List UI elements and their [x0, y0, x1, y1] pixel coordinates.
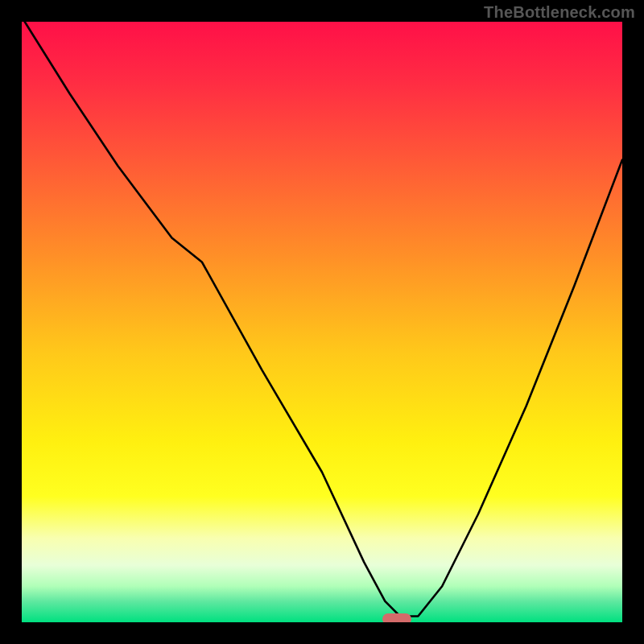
chart-frame: TheBottleneck.com	[0, 0, 644, 644]
plot-area	[22, 22, 622, 622]
bottleneck-curve	[25, 22, 622, 617]
curve-layer	[22, 22, 622, 622]
watermark-text: TheBottleneck.com	[484, 3, 635, 22]
optimal-marker	[382, 613, 411, 622]
